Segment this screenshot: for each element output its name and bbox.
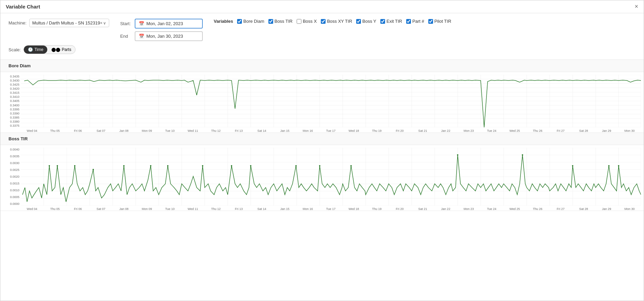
var-bore-diam-checkbox[interactable] — [237, 19, 242, 24]
date-group: Start: 📅 Mon, Jan 02, 2023 End 📅 Mon, Ja… — [120, 19, 203, 41]
start-date-input[interactable]: 📅 Mon, Jan 02, 2023 — [135, 19, 203, 29]
x-label-sat07: Sat 07 — [90, 129, 112, 132]
bore-diam-chart-container: 0.3435 0.3430 0.3425 0.3420 0.3415 0.341… — [0, 72, 644, 132]
boss-x-label-jan29: Jan 29 — [595, 207, 618, 211]
svg-point-85 — [250, 165, 251, 166]
x-label-mon23: Mon 23 — [458, 129, 480, 132]
start-label: Start: — [120, 21, 132, 26]
start-calendar-icon: 📅 — [139, 21, 144, 26]
var-boss-xy-tir: Boss XY TIR — [321, 19, 352, 24]
var-boss-x: Boss X — [297, 19, 317, 24]
bore-diam-y-axis: 0.3435 0.3430 0.3425 0.3420 0.3415 0.341… — [3, 75, 21, 127]
svg-point-88 — [350, 165, 352, 166]
machine-dropdown-button[interactable]: ∨ — [103, 21, 106, 25]
svg-point-81 — [150, 165, 151, 166]
y-label-6: 0.3410 — [3, 95, 19, 99]
x-label-wed25: Wed 25 — [503, 129, 526, 132]
x-label-fri27: Fri 27 — [549, 129, 572, 132]
boss-x-label-sat21: Sat 21 — [412, 207, 434, 211]
boss-y-label-7: 0.0010 — [3, 189, 19, 192]
boss-tir-chart-title: Boss TIR — [0, 133, 644, 145]
var-exit-tir: Exit TIR — [380, 19, 402, 24]
y-label-8: 0.3400 — [3, 104, 19, 107]
svg-point-76 — [49, 165, 50, 166]
x-label-sat21: Sat 21 — [412, 129, 434, 132]
var-boss-x-checkbox[interactable] — [297, 19, 301, 24]
y-label-3: 0.3425 — [3, 83, 19, 86]
boss-x-label-mon09: Mon 09 — [136, 207, 158, 211]
x-label-jan29: Jan 29 — [595, 129, 618, 132]
scale-group: Scale: 🕐 Time ⬤⬤ Parts — [9, 45, 635, 54]
bore-diam-x-axis: Wed 04 Thu 05 Fri 06 Sat 07 Jan 08 Mon 0… — [21, 129, 641, 132]
end-date-input[interactable]: 📅 Mon, Jan 30, 2023 — [135, 31, 203, 41]
var-boss-xy-tir-checkbox[interactable] — [321, 19, 326, 24]
x-label-fri06: Fri 06 — [67, 129, 89, 132]
var-part-hash: Part # — [406, 19, 424, 24]
start-date-row: Start: 📅 Mon, Jan 02, 2023 — [120, 19, 203, 29]
boss-tir-y-axis: 0.0040 0.0035 0.0030 0.0025 0.0020 0.001… — [3, 148, 21, 206]
boss-y-label-6: 0.0015 — [3, 182, 19, 185]
close-button[interactable]: × — [634, 3, 638, 10]
var-boss-tir-checkbox[interactable] — [268, 19, 273, 24]
boss-tir-x-axis: Wed 04 Thu 05 Fri 06 Sat 07 Jan 08 Mon 0… — [21, 207, 641, 211]
start-date-value: Mon, Jan 02, 2023 — [146, 21, 183, 26]
x-label-sat14: Sat 14 — [251, 129, 273, 132]
end-label: End — [120, 34, 132, 39]
var-part-hash-label: Part # — [412, 19, 424, 24]
scale-label: Scale: — [9, 47, 21, 52]
var-boss-tir: Boss TIR — [268, 19, 293, 24]
boss-x-label-sat07: Sat 07 — [90, 207, 112, 211]
boss-tir-svg-container: Wed 04 Thu 05 Fri 06 Sat 07 Jan 08 Mon 0… — [21, 148, 641, 211]
x-label-mon30: Mon 30 — [618, 129, 641, 132]
var-bore-diam-label: Bore Diam — [243, 19, 264, 24]
bore-diam-chart-title: Bore Diam — [0, 60, 644, 72]
svg-point-82 — [167, 165, 168, 166]
controls-row: Machine: Multus / Darth Multus - SN 1523… — [9, 19, 635, 41]
boss-y-label-8: 0.0005 — [3, 195, 19, 199]
x-label-fri20: Fri 20 — [389, 129, 411, 132]
boss-tir-chart-section: Boss TIR 0.0040 0.0035 0.0030 0.0025 0.0… — [0, 133, 644, 211]
boss-x-label-thu12: Thu 12 — [205, 207, 227, 211]
boss-x-label-thu05: Thu 05 — [44, 207, 66, 211]
boss-x-label-sat14: Sat 14 — [251, 207, 273, 211]
svg-point-78 — [74, 165, 76, 166]
bore-diam-chart-section: Bore Diam 0.3435 0.3430 0.3425 0.3420 0.… — [0, 60, 644, 133]
boss-x-label-wed18: Wed 18 — [343, 207, 365, 211]
machine-select[interactable]: Multus / Darth Multus - SN 152319 × ∨ — [29, 19, 109, 27]
var-pilot-tir-checkbox[interactable] — [428, 19, 433, 24]
y-label-12: 0.3380 — [3, 120, 19, 123]
svg-point-79 — [93, 169, 94, 170]
machine-clear-button[interactable]: × — [100, 21, 102, 25]
y-label-4: 0.3420 — [3, 87, 19, 90]
scale-time-button[interactable]: 🕐 Time — [24, 46, 47, 54]
boss-y-label-5: 0.0020 — [3, 175, 19, 178]
x-label-thu05: Thu 05 — [44, 129, 66, 132]
boss-y-label-2: 0.0035 — [3, 155, 19, 158]
boss-y-label-1: 0.0040 — [3, 148, 19, 151]
x-label-thu19: Thu 19 — [365, 129, 388, 132]
machine-select-value: Multus / Darth Multus - SN 152319 — [32, 20, 100, 25]
boss-x-label-fri06: Fri 06 — [67, 207, 89, 211]
boss-x-label-jan22: Jan 22 — [434, 207, 457, 211]
var-boss-tir-label: Boss TIR — [275, 19, 293, 24]
boss-tir-svg — [21, 148, 641, 206]
boss-x-label-tue10: Tue 10 — [159, 207, 181, 211]
clock-icon: 🕐 — [28, 47, 33, 52]
y-label-2: 0.3430 — [3, 79, 19, 82]
variables-section: Variables Bore Diam Boss TIR Boss X Boss… — [214, 19, 451, 24]
var-boss-y-checkbox[interactable] — [356, 19, 361, 24]
title-bar: Variable Chart × — [0, 0, 644, 13]
boss-x-label-fri27: Fri 27 — [549, 207, 572, 211]
x-label-mon16: Mon 16 — [297, 129, 319, 132]
var-exit-tir-checkbox[interactable] — [380, 19, 385, 24]
bore-diam-chart-inner: 0.3435 0.3430 0.3425 0.3420 0.3415 0.341… — [3, 75, 641, 132]
boss-x-label-jan15: Jan 15 — [274, 207, 296, 211]
y-label-9: 0.3395 — [3, 108, 19, 111]
scale-parts-button[interactable]: ⬤⬤ Parts — [47, 46, 75, 54]
end-calendar-icon: 📅 — [139, 34, 144, 39]
machine-select-buttons: × ∨ — [100, 21, 106, 25]
var-part-hash-checkbox[interactable] — [406, 19, 411, 24]
x-label-tue24: Tue 24 — [480, 129, 503, 132]
end-date-value: Mon, Jan 30, 2023 — [146, 34, 183, 39]
var-boss-y: Boss Y — [356, 19, 376, 24]
